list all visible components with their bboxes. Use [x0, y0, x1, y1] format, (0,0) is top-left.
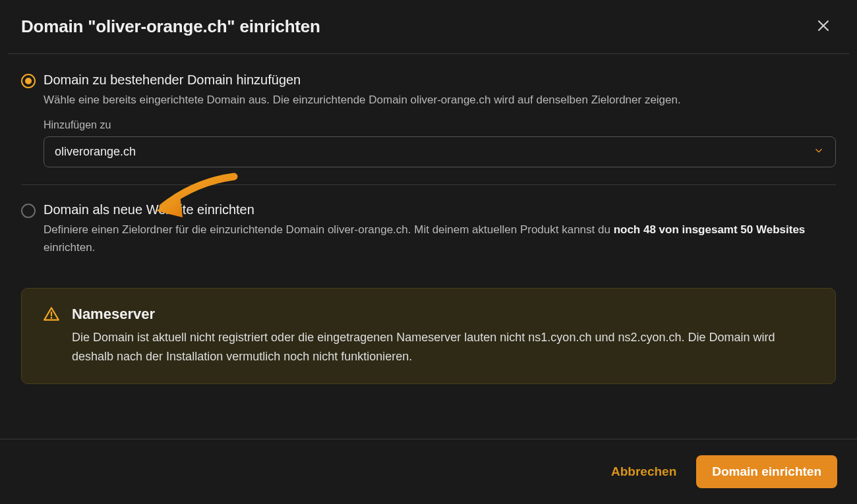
dialog-title: Domain "oliver-orange.ch" einrichten — [21, 16, 320, 37]
close-button[interactable] — [811, 13, 836, 40]
cancel-button[interactable]: Abbrechen — [607, 458, 680, 486]
chevron-down-icon — [813, 144, 825, 159]
close-icon — [815, 17, 832, 36]
nameserver-alert: Nameserver Die Domain ist aktuell nicht … — [21, 288, 836, 384]
domain-select-value: oliverorange.ch — [55, 145, 136, 158]
option-divider — [21, 184, 836, 185]
radio-new-website[interactable] — [21, 204, 36, 218]
option-new-desc: Definiere einen Zielordner für die einzu… — [44, 221, 836, 256]
warning-triangle-icon — [43, 306, 60, 325]
alert-text: Die Domain ist aktuell nicht registriert… — [72, 328, 814, 366]
svg-point-0 — [51, 317, 53, 319]
radio-add-to-existing[interactable] — [21, 74, 36, 88]
dialog-header: Domain "oliver-orange.ch" einrichten — [0, 0, 857, 53]
submit-button[interactable]: Domain einrichten — [696, 455, 837, 488]
field-label-add-to: Hinzufügen zu — [44, 119, 836, 131]
option-add-desc: Wähle eine bereits eingerichtete Domain … — [44, 92, 836, 109]
dialog-body: Domain zu bestehender Domain hinzufügen … — [0, 54, 857, 439]
alert-title: Nameserver — [72, 306, 814, 323]
option-new-title: Domain als neue Website einrichten — [44, 202, 836, 217]
dialog-footer: Abbrechen Domain einrichten — [0, 439, 857, 504]
option-new-website: Domain als neue Website einrichten Defin… — [21, 202, 836, 256]
domain-select[interactable]: oliverorange.ch — [44, 136, 836, 167]
option-add-to-existing: Domain zu bestehender Domain hinzufügen … — [21, 72, 836, 167]
option-add-title: Domain zu bestehender Domain hinzufügen — [44, 72, 836, 88]
